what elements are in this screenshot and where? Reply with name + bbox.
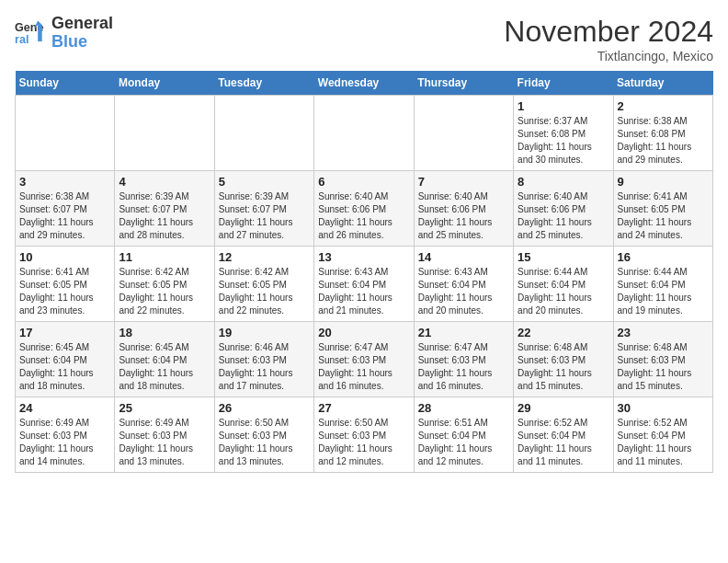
location-subtitle: Tixtlancingo, Mexico	[504, 49, 713, 63]
day-info: Sunrise: 6:51 AMSunset: 6:04 PMDaylight:…	[418, 417, 509, 468]
weekday-header-saturday: Saturday	[613, 71, 712, 96]
logo-text-general: General	[51, 15, 113, 33]
title-area: November 2024 Tixtlancingo, Mexico	[504, 15, 713, 63]
calendar-cell: 24Sunrise: 6:49 AMSunset: 6:03 PMDayligh…	[16, 397, 115, 473]
calendar-cell: 21Sunrise: 6:47 AMSunset: 6:03 PMDayligh…	[414, 322, 513, 397]
day-number: 17	[19, 326, 110, 339]
calendar-cell: 10Sunrise: 6:41 AMSunset: 6:05 PMDayligh…	[16, 247, 115, 322]
day-info: Sunrise: 6:43 AMSunset: 6:04 PMDaylight:…	[318, 266, 409, 317]
day-info: Sunrise: 6:47 AMSunset: 6:03 PMDaylight:…	[318, 341, 409, 393]
day-info: Sunrise: 6:38 AMSunset: 6:07 PMDaylight:…	[19, 190, 110, 242]
day-number: 15	[518, 250, 609, 264]
page-header: Gene ral General Blue November 2024 Tixt…	[15, 15, 713, 63]
day-info: Sunrise: 6:40 AMSunset: 6:06 PMDaylight:…	[318, 190, 409, 242]
day-info: Sunrise: 6:40 AMSunset: 6:06 PMDaylight:…	[518, 190, 609, 242]
day-number: 26	[219, 401, 310, 415]
day-info: Sunrise: 6:48 AMSunset: 6:03 PMDaylight:…	[518, 341, 609, 393]
day-info: Sunrise: 6:48 AMSunset: 6:03 PMDaylight:…	[618, 341, 709, 393]
day-info: Sunrise: 6:50 AMSunset: 6:03 PMDaylight:…	[318, 417, 409, 468]
day-info: Sunrise: 6:38 AMSunset: 6:08 PMDaylight:…	[618, 115, 709, 167]
day-number: 2	[618, 99, 709, 113]
calendar-cell: 18Sunrise: 6:45 AMSunset: 6:04 PMDayligh…	[115, 322, 214, 397]
day-number: 28	[418, 401, 509, 415]
day-number: 11	[119, 250, 210, 264]
calendar-week-5: 24Sunrise: 6:49 AMSunset: 6:03 PMDayligh…	[16, 397, 713, 473]
calendar-cell	[115, 96, 214, 171]
day-number: 3	[19, 175, 110, 189]
day-number: 1	[518, 99, 609, 113]
calendar-cell: 20Sunrise: 6:47 AMSunset: 6:03 PMDayligh…	[314, 322, 414, 397]
calendar-cell: 8Sunrise: 6:40 AMSunset: 6:06 PMDaylight…	[514, 171, 613, 247]
day-info: Sunrise: 6:43 AMSunset: 6:04 PMDaylight:…	[418, 266, 509, 317]
logo: Gene ral General Blue	[15, 15, 113, 52]
calendar-cell: 26Sunrise: 6:50 AMSunset: 6:03 PMDayligh…	[214, 397, 313, 473]
weekday-header-monday: Monday	[115, 71, 214, 96]
day-number: 30	[618, 401, 709, 415]
calendar-cell	[314, 96, 414, 171]
calendar-cell: 13Sunrise: 6:43 AMSunset: 6:04 PMDayligh…	[314, 247, 414, 322]
day-number: 24	[19, 401, 110, 415]
calendar-cell: 9Sunrise: 6:41 AMSunset: 6:05 PMDaylight…	[613, 171, 712, 247]
day-number: 22	[518, 326, 609, 339]
calendar-table: SundayMondayTuesdayWednesdayThursdayFrid…	[15, 71, 713, 473]
calendar-cell: 19Sunrise: 6:46 AMSunset: 6:03 PMDayligh…	[214, 322, 313, 397]
day-number: 27	[318, 401, 409, 415]
weekday-header-thursday: Thursday	[414, 71, 513, 96]
day-info: Sunrise: 6:42 AMSunset: 6:05 PMDaylight:…	[119, 266, 210, 317]
day-number: 8	[518, 175, 609, 189]
day-number: 4	[119, 175, 210, 189]
weekday-header-tuesday: Tuesday	[214, 71, 313, 96]
calendar-cell: 11Sunrise: 6:42 AMSunset: 6:05 PMDayligh…	[115, 247, 214, 322]
calendar-cell: 29Sunrise: 6:52 AMSunset: 6:04 PMDayligh…	[514, 397, 613, 473]
day-number: 14	[418, 250, 509, 264]
day-info: Sunrise: 6:44 AMSunset: 6:04 PMDaylight:…	[618, 266, 709, 317]
calendar-week-4: 17Sunrise: 6:45 AMSunset: 6:04 PMDayligh…	[16, 322, 713, 397]
day-info: Sunrise: 6:41 AMSunset: 6:05 PMDaylight:…	[19, 266, 110, 317]
calendar-cell: 1Sunrise: 6:37 AMSunset: 6:08 PMDaylight…	[514, 96, 613, 171]
weekday-header-friday: Friday	[514, 71, 613, 96]
weekday-header-wednesday: Wednesday	[314, 71, 414, 96]
day-info: Sunrise: 6:47 AMSunset: 6:03 PMDaylight:…	[418, 341, 509, 393]
calendar-body: 1Sunrise: 6:37 AMSunset: 6:08 PMDaylight…	[16, 96, 713, 473]
day-number: 5	[219, 175, 310, 189]
day-info: Sunrise: 6:40 AMSunset: 6:06 PMDaylight:…	[418, 190, 509, 242]
calendar-cell: 14Sunrise: 6:43 AMSunset: 6:04 PMDayligh…	[414, 247, 513, 322]
day-number: 12	[219, 250, 310, 264]
weekday-header-sunday: Sunday	[16, 71, 115, 96]
logo-text-blue: Blue	[51, 33, 113, 52]
calendar-cell: 7Sunrise: 6:40 AMSunset: 6:06 PMDaylight…	[414, 171, 513, 247]
calendar-cell	[16, 96, 115, 171]
day-number: 6	[318, 175, 409, 189]
month-title: November 2024	[504, 15, 713, 49]
calendar-week-1: 1Sunrise: 6:37 AMSunset: 6:08 PMDaylight…	[16, 96, 713, 171]
calendar-cell: 25Sunrise: 6:49 AMSunset: 6:03 PMDayligh…	[115, 397, 214, 473]
logo-icon: Gene ral	[15, 17, 48, 50]
day-info: Sunrise: 6:39 AMSunset: 6:07 PMDaylight:…	[119, 190, 210, 242]
svg-text:ral: ral	[15, 33, 28, 46]
calendar-cell: 6Sunrise: 6:40 AMSunset: 6:06 PMDaylight…	[314, 171, 414, 247]
day-number: 23	[618, 326, 709, 339]
calendar-week-2: 3Sunrise: 6:38 AMSunset: 6:07 PMDaylight…	[16, 171, 713, 247]
day-info: Sunrise: 6:46 AMSunset: 6:03 PMDaylight:…	[219, 341, 310, 393]
day-number: 13	[318, 250, 409, 264]
day-number: 29	[518, 401, 609, 415]
calendar-cell: 27Sunrise: 6:50 AMSunset: 6:03 PMDayligh…	[314, 397, 414, 473]
day-info: Sunrise: 6:42 AMSunset: 6:05 PMDaylight:…	[219, 266, 310, 317]
calendar-cell: 4Sunrise: 6:39 AMSunset: 6:07 PMDaylight…	[115, 171, 214, 247]
day-info: Sunrise: 6:52 AMSunset: 6:04 PMDaylight:…	[618, 417, 709, 468]
calendar-cell: 17Sunrise: 6:45 AMSunset: 6:04 PMDayligh…	[16, 322, 115, 397]
day-number: 25	[119, 401, 210, 415]
day-number: 16	[618, 250, 709, 264]
calendar-cell	[214, 96, 313, 171]
day-info: Sunrise: 6:45 AMSunset: 6:04 PMDaylight:…	[19, 341, 110, 393]
calendar-cell: 2Sunrise: 6:38 AMSunset: 6:08 PMDaylight…	[613, 96, 712, 171]
day-info: Sunrise: 6:37 AMSunset: 6:08 PMDaylight:…	[518, 115, 609, 167]
day-number: 20	[318, 326, 409, 339]
calendar-week-3: 10Sunrise: 6:41 AMSunset: 6:05 PMDayligh…	[16, 247, 713, 322]
calendar-cell	[414, 96, 513, 171]
day-info: Sunrise: 6:52 AMSunset: 6:04 PMDaylight:…	[518, 417, 609, 468]
calendar-cell: 30Sunrise: 6:52 AMSunset: 6:04 PMDayligh…	[613, 397, 712, 473]
calendar-cell: 28Sunrise: 6:51 AMSunset: 6:04 PMDayligh…	[414, 397, 513, 473]
calendar-cell: 15Sunrise: 6:44 AMSunset: 6:04 PMDayligh…	[514, 247, 613, 322]
calendar-header: SundayMondayTuesdayWednesdayThursdayFrid…	[16, 71, 713, 96]
